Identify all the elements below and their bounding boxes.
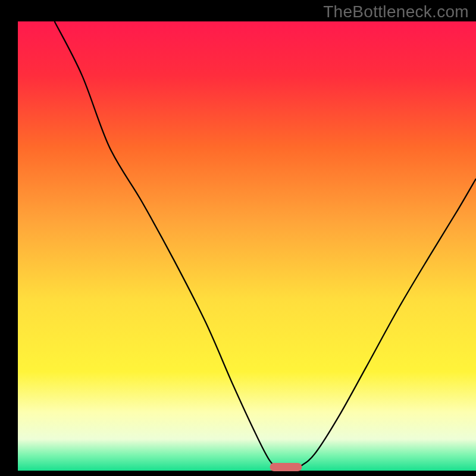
chart-container: TheBottleneck.com — [0, 0, 476, 476]
bottleneck-chart — [0, 0, 476, 476]
plot-background — [18, 21, 476, 471]
watermark-text: TheBottleneck.com — [323, 2, 469, 21]
optimal-marker — [270, 463, 302, 471]
